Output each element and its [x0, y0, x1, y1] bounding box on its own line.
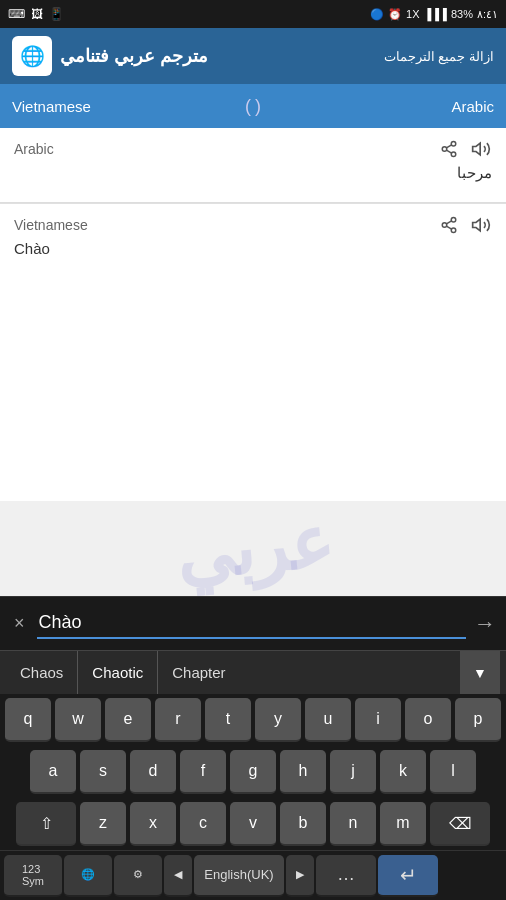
key-u[interactable]: u — [305, 698, 351, 742]
status-right: 🔵 ⏰ 1X ▐▐▐ 83% ٨:٤١ — [370, 8, 498, 21]
key-language-label[interactable]: English(UK) — [194, 855, 284, 897]
key-backspace[interactable]: ⌫ — [430, 802, 490, 846]
language-selector[interactable]: Vietnamese ( ) Arabic — [0, 84, 506, 128]
image-icon: 🖼 — [31, 7, 43, 21]
suggestion-chaos[interactable]: Chaos — [6, 651, 77, 694]
key-l[interactable]: l — [430, 750, 476, 794]
battery-level: 83% — [451, 8, 473, 20]
key-w[interactable]: w — [55, 698, 101, 742]
key-sym[interactable]: 123Sym — [4, 855, 62, 897]
status-bar: ⌨ 🖼 📱 🔵 ⏰ 1X ▐▐▐ 83% ٨:٤١ — [0, 0, 506, 28]
svg-marker-5 — [473, 143, 481, 155]
source-lang-label: Arabic — [14, 141, 54, 157]
key-v[interactable]: v — [230, 802, 276, 846]
key-c[interactable]: c — [180, 802, 226, 846]
time-display: ٨:٤١ — [477, 8, 498, 21]
key-y[interactable]: y — [255, 698, 301, 742]
key-z[interactable]: z — [80, 802, 126, 846]
svg-point-2 — [451, 152, 456, 157]
paren-open-icon: ( — [245, 96, 251, 117]
speed-indicator: 1X — [406, 8, 419, 20]
target-share-icon[interactable] — [438, 214, 460, 236]
key-o[interactable]: o — [405, 698, 451, 742]
key-p[interactable]: p — [455, 698, 501, 742]
key-d[interactable]: d — [130, 750, 176, 794]
signal-icon: ▐▐▐ — [424, 8, 447, 20]
target-language-label[interactable]: Arabic — [269, 98, 494, 115]
key-h[interactable]: h — [280, 750, 326, 794]
target-sound-icon[interactable] — [470, 214, 492, 236]
app-icon: 🌐 — [12, 36, 52, 76]
alarm-icon: ⏰ — [388, 8, 402, 21]
target-lang-label: Vietnamese — [14, 217, 88, 233]
svg-point-7 — [442, 223, 447, 228]
key-m[interactable]: m — [380, 802, 426, 846]
suggestions-bar: Chaos Chaotic Chapter ▼ — [0, 650, 506, 694]
svg-line-4 — [446, 145, 451, 148]
key-globe[interactable]: 🌐 — [64, 855, 112, 897]
svg-marker-11 — [473, 219, 481, 231]
svg-point-0 — [451, 142, 456, 147]
keyboard-icon: ⌨ — [8, 7, 25, 21]
app-bar-left: 🌐 مترجم عربي فتنامي — [12, 36, 208, 76]
key-q[interactable]: q — [5, 698, 51, 742]
clear-all-button[interactable]: ازالة جميع الترجمات — [384, 49, 494, 64]
source-actions — [438, 138, 492, 160]
key-i[interactable]: i — [355, 698, 401, 742]
translation-area: Arabic مرحبا — [0, 128, 506, 501]
source-translation-box: Arabic مرحبا — [0, 128, 506, 203]
svg-line-3 — [446, 150, 451, 153]
key-j[interactable]: j — [330, 750, 376, 794]
key-shift[interactable]: ⇧ — [16, 802, 76, 846]
search-input[interactable] — [37, 608, 466, 639]
target-actions — [438, 214, 492, 236]
svg-point-1 — [442, 147, 447, 152]
key-x[interactable]: x — [130, 802, 176, 846]
input-bar: × → — [0, 596, 506, 650]
source-language-label[interactable]: Vietnamese — [12, 98, 237, 115]
phone-icon: 📱 — [49, 7, 64, 21]
swap-languages-button[interactable]: ( ) — [245, 96, 261, 117]
keyboard-row-1: q w e r t y u i o p — [0, 694, 506, 746]
keyboard-row-2: a s d f g h j k l — [0, 746, 506, 798]
svg-line-10 — [446, 221, 451, 224]
svg-point-8 — [451, 228, 456, 233]
svg-line-9 — [446, 226, 451, 229]
key-s[interactable]: s — [80, 750, 126, 794]
keyboard-bottom-bar: 123Sym 🌐 ⚙ ◀ English(UK) ▶ … ↵ — [0, 850, 506, 900]
watermark-text: عربي — [172, 501, 334, 596]
target-text: Chào — [14, 240, 492, 268]
suggestion-chaotic[interactable]: Chaotic — [77, 651, 157, 694]
key-k[interactable]: k — [380, 750, 426, 794]
suggestion-chapter[interactable]: Chapter — [157, 651, 239, 694]
source-share-icon[interactable] — [438, 138, 460, 160]
key-special-chars[interactable]: … — [316, 855, 376, 897]
key-n[interactable]: n — [330, 802, 376, 846]
go-button[interactable]: → — [474, 611, 496, 637]
svg-point-6 — [451, 218, 456, 223]
key-a[interactable]: a — [30, 750, 76, 794]
source-sound-icon[interactable] — [470, 138, 492, 160]
key-enter[interactable]: ↵ — [378, 855, 438, 897]
key-settings[interactable]: ⚙ — [114, 855, 162, 897]
status-left-icons: ⌨ 🖼 📱 — [8, 7, 64, 21]
target-translation-box: Vietnamese Ch — [0, 204, 506, 278]
key-e[interactable]: e — [105, 698, 151, 742]
key-t[interactable]: t — [205, 698, 251, 742]
paren-close-icon: ) — [255, 96, 261, 117]
key-arrow-right[interactable]: ▶ — [286, 855, 314, 897]
key-r[interactable]: r — [155, 698, 201, 742]
key-f[interactable]: f — [180, 750, 226, 794]
key-b[interactable]: b — [280, 802, 326, 846]
source-text: مرحبا — [14, 164, 492, 192]
expand-suggestions-button[interactable]: ▼ — [460, 651, 500, 694]
keyboard-row-3: ⇧ z x c v b n m ⌫ — [0, 798, 506, 850]
clear-input-button[interactable]: × — [10, 609, 29, 638]
key-g[interactable]: g — [230, 750, 276, 794]
watermark-area: عربي — [0, 501, 506, 596]
key-arrow-left[interactable]: ◀ — [164, 855, 192, 897]
bluetooth-icon: 🔵 — [370, 8, 384, 21]
app-bar: 🌐 مترجم عربي فتنامي ازالة جميع الترجمات — [0, 28, 506, 84]
app-title: مترجم عربي فتنامي — [60, 45, 208, 67]
